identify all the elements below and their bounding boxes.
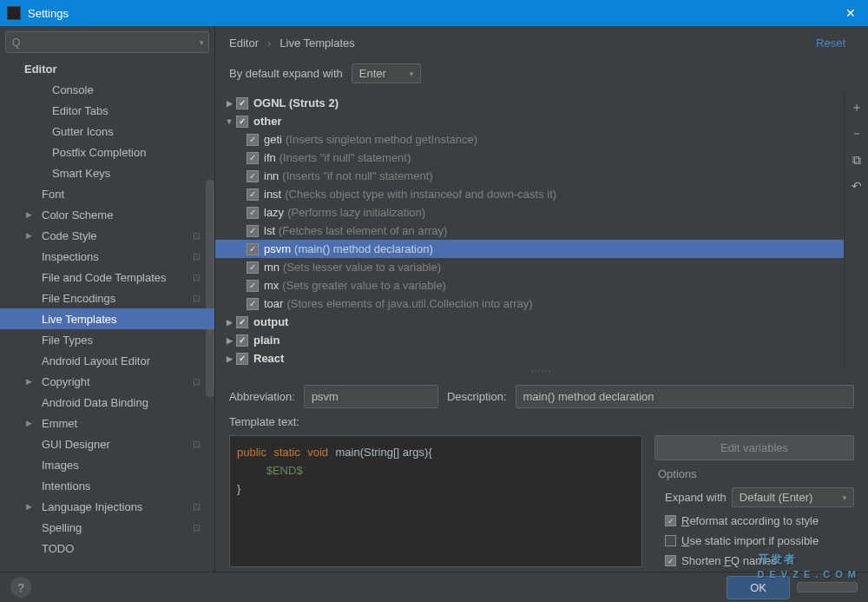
- template-item-lst[interactable]: ✓lst(Fetches last element of an array): [215, 222, 844, 240]
- template-item-inst[interactable]: ✓inst(Checks object type with instanceof…: [215, 185, 844, 203]
- template-text-editor[interactable]: public static void main(String[] args){ …: [229, 435, 642, 567]
- expand-select[interactable]: Enter ▼: [352, 63, 421, 83]
- checkbox[interactable]: ✓: [236, 97, 248, 109]
- template-item-ifn[interactable]: ✓ifn(Inserts "if null" statement): [215, 149, 844, 167]
- template-group-other[interactable]: ▼✓other: [215, 112, 844, 130]
- sidebar-item-intentions[interactable]: Intentions: [0, 475, 214, 496]
- ok-button[interactable]: OK: [727, 576, 790, 599]
- sidebar-item-gutter-icons[interactable]: Gutter Icons: [0, 121, 214, 142]
- sidebar-item-spelling[interactable]: Spelling⊡: [0, 517, 214, 538]
- sidebar-item-postfix-completion[interactable]: Postfix Completion: [0, 142, 214, 162]
- checkbox[interactable]: ✓: [236, 116, 248, 128]
- expand-with-label: Expand with: [665, 491, 727, 504]
- window-title: Settings: [28, 7, 840, 20]
- checkbox[interactable]: ✓: [247, 261, 259, 274]
- shorten-fq-checkbox[interactable]: ✓Shorten FQ names: [654, 554, 854, 567]
- edit-variables-button[interactable]: Edit variables: [654, 435, 854, 460]
- remove-icon[interactable]: －: [848, 125, 865, 142]
- checkbox[interactable]: ✓: [247, 298, 259, 310]
- template-item-toar[interactable]: ✓toar(Stores elements of java.util.Colle…: [215, 294, 844, 313]
- sidebar-item-todo[interactable]: TODO: [0, 538, 214, 559]
- sidebar-item-android-layout-editor[interactable]: Android Layout Editor: [0, 350, 214, 371]
- template-item-inn[interactable]: ✓inn(Inserts "if not null" statement): [215, 167, 844, 185]
- scope-icon: ⊡: [193, 293, 201, 304]
- sidebar-item-code-style[interactable]: ▶Code Style⊡: [0, 225, 214, 246]
- revert-icon[interactable]: ↶: [848, 177, 865, 195]
- scope-icon: ⊡: [193, 376, 201, 387]
- sidebar-item-copyright[interactable]: ▶Copyright⊡: [0, 371, 214, 392]
- app-icon: [7, 6, 21, 20]
- template-item-mn[interactable]: ✓mn(Sets lesser value to a variable): [215, 258, 844, 276]
- chevron-right-icon: ▶: [26, 377, 32, 386]
- reformat-checkbox[interactable]: ✓Reformat according to style: [654, 514, 854, 527]
- template-group-ognl-struts-2-[interactable]: ▶✓OGNL (Struts 2): [215, 94, 844, 112]
- scope-icon: ⊡: [193, 522, 201, 533]
- search-bar: Q ▾: [0, 26, 214, 58]
- checkbox[interactable]: ✓: [236, 353, 248, 365]
- sidebar-item-editor-tabs[interactable]: Editor Tabs: [0, 100, 214, 121]
- add-icon[interactable]: ＋: [848, 99, 865, 116]
- help-button[interactable]: ?: [10, 577, 31, 598]
- chevron-down-icon: ▼: [408, 69, 415, 77]
- template-group-plain[interactable]: ▶✓plain: [215, 331, 844, 349]
- description-input[interactable]: [516, 385, 854, 408]
- copy-icon[interactable]: ⧉: [848, 151, 865, 169]
- sidebar-item-file-and-code-templates[interactable]: File and Code Templates⊡: [0, 267, 214, 288]
- checkbox[interactable]: ✓: [247, 134, 259, 146]
- template-tree: ▶✓OGNL (Struts 2)▼✓other✓geti(Inserts si…: [215, 92, 844, 369]
- sidebar-item-file-types[interactable]: File Types: [0, 329, 214, 350]
- checkbox[interactable]: ✓: [236, 334, 248, 347]
- breadcrumb-root[interactable]: Editor: [229, 36, 259, 50]
- chevron-right-icon: ▶: [26, 502, 32, 511]
- template-item-psvm[interactable]: ✓psvm(main() method declaration): [215, 240, 844, 258]
- scope-icon: ⊡: [193, 439, 201, 450]
- search-input[interactable]: [5, 31, 209, 53]
- scope-icon: ⊡: [193, 251, 201, 262]
- chevron-right-icon: ▶: [26, 419, 32, 427]
- sidebar-item-smart-keys[interactable]: Smart Keys: [0, 162, 214, 183]
- template-text-label: Template text:: [229, 415, 299, 428]
- reset-link[interactable]: Reset: [816, 36, 845, 50]
- template-item-geti[interactable]: ✓geti(Inserts singleton method getInstan…: [215, 130, 844, 149]
- scope-icon: ⊡: [193, 272, 201, 283]
- abbreviation-label: Abbreviation:: [229, 390, 295, 403]
- sidebar-item-images[interactable]: Images: [0, 454, 214, 475]
- breadcrumb-current: Live Templates: [279, 36, 354, 50]
- scope-icon: ⊡: [193, 501, 201, 513]
- sidebar-item-language-injections[interactable]: ▶Language Injections⊡: [0, 496, 214, 517]
- main-panel: Editor › Live Templates Reset By default…: [215, 26, 868, 572]
- checkbox[interactable]: ✓: [247, 225, 259, 237]
- checkbox[interactable]: ✓: [247, 170, 259, 182]
- resize-grip[interactable]: '''''': [215, 369, 868, 378]
- sidebar-item-file-encodings[interactable]: File Encodings⊡: [0, 288, 214, 308]
- sidebar-item-android-data-binding[interactable]: Android Data Binding: [0, 392, 214, 413]
- template-item-mx[interactable]: ✓mx(Sets greater value to a variable): [215, 276, 844, 294]
- chevron-right-icon: ▶: [26, 231, 32, 240]
- close-icon[interactable]: ✕: [840, 6, 861, 20]
- scope-icon: ⊡: [193, 230, 201, 241]
- sidebar-item-console[interactable]: Console: [0, 79, 214, 100]
- sidebar-item-inspections[interactable]: Inspections⊡: [0, 246, 214, 267]
- sidebar-item-live-templates[interactable]: Live Templates: [0, 308, 214, 329]
- abbreviation-input[interactable]: [304, 385, 438, 408]
- secondary-button[interactable]: [797, 582, 858, 592]
- static-import-checkbox[interactable]: Use static import if possible: [654, 534, 854, 547]
- checkbox[interactable]: ✓: [247, 207, 259, 219]
- sidebar-item-emmet[interactable]: ▶Emmet: [0, 413, 214, 433]
- chevron-down-icon[interactable]: ▾: [200, 38, 204, 47]
- sidebar-item-font[interactable]: Font: [0, 183, 214, 204]
- sidebar-item-gui-designer[interactable]: GUI Designer⊡: [0, 433, 214, 454]
- sidebar-item-color-scheme[interactable]: ▶Color Scheme: [0, 204, 214, 225]
- checkbox[interactable]: ✓: [247, 189, 259, 201]
- checkbox[interactable]: ✓: [236, 316, 248, 328]
- template-item-lazy[interactable]: ✓lazy(Performs lazy initialization): [215, 203, 844, 222]
- template-group-output[interactable]: ▶✓output: [215, 313, 844, 331]
- tree-group-editor[interactable]: Editor: [0, 58, 214, 79]
- settings-tree: EditorConsoleEditor TabsGutter IconsPost…: [0, 58, 214, 572]
- checkbox[interactable]: ✓: [247, 243, 259, 255]
- checkbox[interactable]: ✓: [247, 152, 259, 164]
- chevron-right-icon: ▶: [222, 99, 236, 108]
- checkbox[interactable]: ✓: [247, 280, 259, 292]
- template-group-react[interactable]: ▶✓React: [215, 349, 844, 367]
- expand-with-select[interactable]: Default (Enter) ▼: [732, 487, 854, 507]
